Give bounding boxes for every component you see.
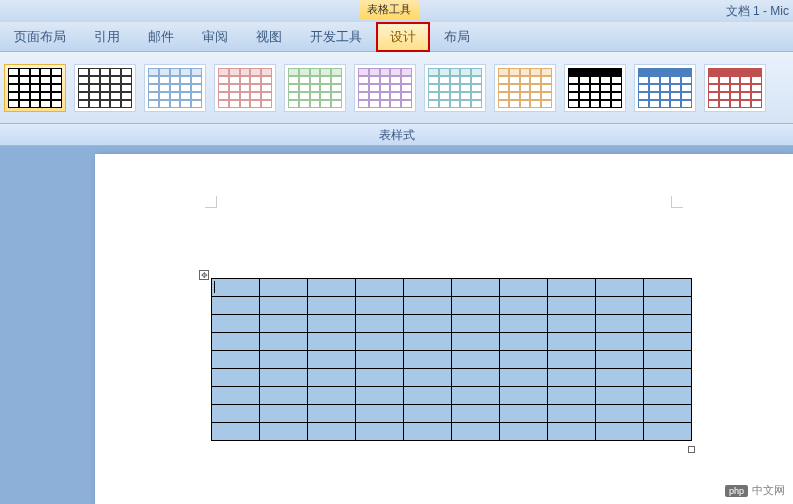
tab-设计[interactable]: 设计 bbox=[376, 22, 430, 52]
table-cell[interactable] bbox=[356, 315, 404, 333]
table-cell[interactable] bbox=[452, 423, 500, 441]
table-cell[interactable] bbox=[308, 405, 356, 423]
table-cell[interactable] bbox=[644, 297, 692, 315]
table-cell[interactable] bbox=[596, 315, 644, 333]
table-cell[interactable] bbox=[212, 387, 260, 405]
table-cell[interactable] bbox=[308, 315, 356, 333]
table-style-plain-black[interactable] bbox=[4, 64, 66, 112]
table-cell[interactable] bbox=[212, 333, 260, 351]
table-cell[interactable] bbox=[596, 405, 644, 423]
table-cell[interactable] bbox=[260, 351, 308, 369]
table-cell[interactable] bbox=[548, 351, 596, 369]
table-cell[interactable] bbox=[308, 423, 356, 441]
table-cell[interactable] bbox=[356, 297, 404, 315]
tab-开发工具[interactable]: 开发工具 bbox=[296, 22, 376, 52]
table-cell[interactable] bbox=[260, 387, 308, 405]
table-cell[interactable] bbox=[548, 279, 596, 297]
table-style-red-header[interactable] bbox=[704, 64, 766, 112]
table-cell[interactable] bbox=[548, 297, 596, 315]
table-cell[interactable] bbox=[596, 423, 644, 441]
table-cell[interactable] bbox=[404, 423, 452, 441]
table-style-light-green[interactable] bbox=[284, 64, 346, 112]
table-cell[interactable] bbox=[260, 405, 308, 423]
table-style-light-blue[interactable] bbox=[144, 64, 206, 112]
table-cell[interactable] bbox=[644, 387, 692, 405]
table-style-dashed-black[interactable] bbox=[74, 64, 136, 112]
table-cell[interactable] bbox=[644, 423, 692, 441]
document-page[interactable]: ✥ php 中文网 bbox=[95, 154, 793, 504]
table-cell[interactable] bbox=[500, 279, 548, 297]
table-cell[interactable] bbox=[356, 387, 404, 405]
table-cell[interactable] bbox=[356, 369, 404, 387]
tab-邮件[interactable]: 邮件 bbox=[134, 22, 188, 52]
tab-页面布局[interactable]: 页面布局 bbox=[0, 22, 80, 52]
table-cell[interactable] bbox=[596, 297, 644, 315]
table-cell[interactable] bbox=[452, 351, 500, 369]
table-cell[interactable] bbox=[404, 369, 452, 387]
table-cell[interactable] bbox=[404, 351, 452, 369]
table-cell[interactable] bbox=[356, 333, 404, 351]
table-cell[interactable] bbox=[260, 369, 308, 387]
table-cell[interactable] bbox=[212, 405, 260, 423]
table-style-light-red[interactable] bbox=[214, 64, 276, 112]
table-cell[interactable] bbox=[452, 315, 500, 333]
table-cell[interactable] bbox=[596, 369, 644, 387]
table-cell[interactable] bbox=[404, 315, 452, 333]
table-cell[interactable] bbox=[308, 333, 356, 351]
table-cell[interactable] bbox=[644, 405, 692, 423]
table-cell[interactable] bbox=[308, 351, 356, 369]
table-resize-handle[interactable] bbox=[688, 446, 695, 453]
table-cell[interactable] bbox=[452, 297, 500, 315]
table-cell[interactable] bbox=[596, 333, 644, 351]
table-cell[interactable] bbox=[260, 279, 308, 297]
table-cell[interactable] bbox=[596, 351, 644, 369]
table-cell[interactable] bbox=[452, 405, 500, 423]
table-style-light-purple[interactable] bbox=[354, 64, 416, 112]
table-cell[interactable] bbox=[404, 297, 452, 315]
document-table[interactable] bbox=[211, 278, 692, 441]
table-cell[interactable] bbox=[644, 279, 692, 297]
table-cell[interactable] bbox=[308, 297, 356, 315]
table-cell[interactable] bbox=[548, 315, 596, 333]
table-cell[interactable] bbox=[404, 405, 452, 423]
table-cell[interactable] bbox=[500, 369, 548, 387]
table-style-blue-header[interactable] bbox=[634, 64, 696, 112]
tab-布局[interactable]: 布局 bbox=[430, 22, 484, 52]
table-cell[interactable] bbox=[404, 279, 452, 297]
table-cell[interactable] bbox=[596, 279, 644, 297]
table-cell[interactable] bbox=[548, 423, 596, 441]
table-move-handle[interactable]: ✥ bbox=[199, 270, 209, 280]
table-cell[interactable] bbox=[356, 351, 404, 369]
table-cell[interactable] bbox=[644, 333, 692, 351]
table-cell[interactable] bbox=[212, 279, 260, 297]
table-cell[interactable] bbox=[260, 423, 308, 441]
table-cell[interactable] bbox=[548, 333, 596, 351]
table-cell[interactable] bbox=[308, 279, 356, 297]
table-cell[interactable] bbox=[452, 369, 500, 387]
table-cell[interactable] bbox=[596, 387, 644, 405]
table-cell[interactable] bbox=[500, 423, 548, 441]
table-cell[interactable] bbox=[356, 423, 404, 441]
tab-视图[interactable]: 视图 bbox=[242, 22, 296, 52]
table-style-light-teal[interactable] bbox=[424, 64, 486, 112]
table-cell[interactable] bbox=[500, 351, 548, 369]
table-cell[interactable] bbox=[212, 297, 260, 315]
table-cell[interactable] bbox=[500, 333, 548, 351]
table-cell[interactable] bbox=[260, 333, 308, 351]
table-cell[interactable] bbox=[500, 297, 548, 315]
table-cell[interactable] bbox=[356, 279, 404, 297]
table-cell[interactable] bbox=[644, 369, 692, 387]
table-cell[interactable] bbox=[452, 333, 500, 351]
table-cell[interactable] bbox=[548, 387, 596, 405]
table-cell[interactable] bbox=[644, 351, 692, 369]
table-cell[interactable] bbox=[260, 297, 308, 315]
table-cell[interactable] bbox=[500, 315, 548, 333]
table-cell[interactable] bbox=[212, 423, 260, 441]
table-cell[interactable] bbox=[308, 387, 356, 405]
table-cell[interactable] bbox=[644, 315, 692, 333]
table-cell[interactable] bbox=[452, 387, 500, 405]
table-cell[interactable] bbox=[212, 351, 260, 369]
table-cell[interactable] bbox=[212, 369, 260, 387]
table-cell[interactable] bbox=[404, 333, 452, 351]
table-cell[interactable] bbox=[308, 369, 356, 387]
